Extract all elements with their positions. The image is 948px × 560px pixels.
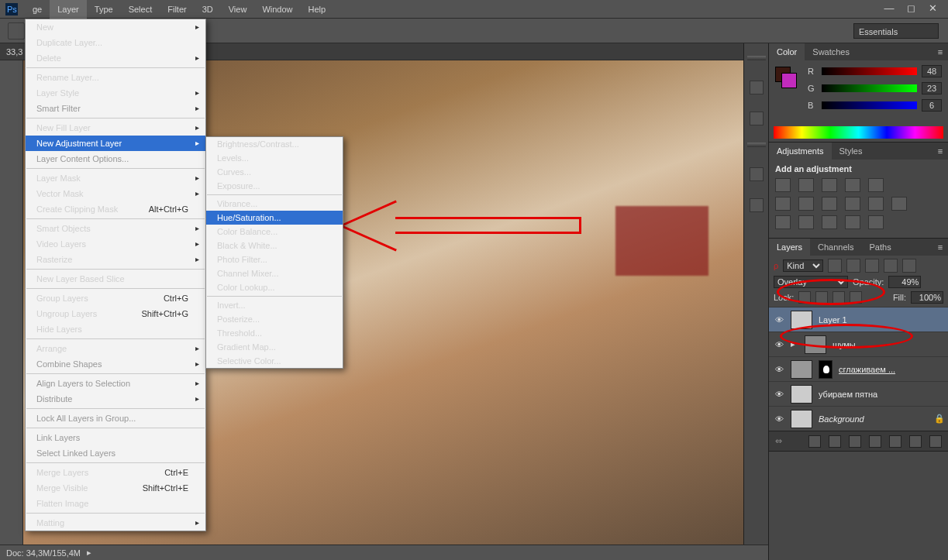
lock-transparent-icon[interactable]	[798, 291, 811, 304]
menu-merge-layers[interactable]: Merge LayersCtrl+E	[26, 465, 205, 480]
layer-name[interactable]: сглаживаем ...	[839, 365, 943, 374]
menu-arrange[interactable]: Arrange	[26, 341, 205, 356]
fg-bg-swatches[interactable]	[775, 67, 798, 90]
adj-threshold-icon[interactable]	[822, 215, 837, 229]
new-group-icon[interactable]	[889, 435, 901, 448]
layer-name[interactable]: убираем пятна	[819, 390, 943, 399]
b-value[interactable]: 6	[922, 99, 942, 112]
tab-swatches[interactable]: Swatches	[805, 43, 857, 60]
visibility-icon[interactable]: 👁	[774, 365, 784, 374]
adj-selectivecolor-icon[interactable]	[868, 215, 884, 229]
adj-bw-icon[interactable]	[822, 197, 837, 211]
submenu-curves[interactable]: Curves...	[206, 165, 343, 179]
submenu-selective-color[interactable]: Selective Color...	[206, 354, 343, 368]
menu-image[interactable]: ge	[25, 0, 50, 19]
layer-row[interactable]: 👁 убираем пятна	[769, 381, 948, 406]
layer-thumbnail[interactable]	[791, 360, 812, 379]
tab-adjustments[interactable]: Adjustments	[769, 143, 832, 160]
adj-colorlookup-icon[interactable]	[891, 197, 907, 211]
submenu-hue-saturation[interactable]: Hue/Saturation...	[206, 211, 343, 225]
status-arrow-icon[interactable]: ▸	[87, 548, 91, 558]
menu-layer-style[interactable]: Layer Style	[26, 85, 205, 101]
layer-thumbnail[interactable]	[791, 311, 812, 329]
menu-smart-objects[interactable]: Smart Objects	[26, 221, 205, 236]
workspace-dropdown[interactable]: Essentials	[853, 23, 939, 39]
adj-vibrance-icon[interactable]	[868, 178, 884, 192]
tool-preset-icon[interactable]	[8, 22, 25, 40]
filter-shape-icon[interactable]	[884, 259, 898, 273]
filter-adjust-icon[interactable]	[846, 259, 860, 273]
layer-row[interactable]: 👁 Layer 1	[769, 307, 948, 332]
tab-color[interactable]: Color	[769, 43, 805, 60]
panel-menu-icon[interactable]: ≡	[932, 143, 948, 160]
adj-hue-icon[interactable]	[775, 197, 791, 211]
r-slider[interactable]	[822, 67, 917, 75]
adj-curves-icon[interactable]	[822, 178, 837, 192]
layer-row[interactable]: 👁 ▸ шумы	[769, 332, 948, 356]
layer-thumbnail[interactable]	[805, 335, 826, 354]
layer-mask-icon[interactable]	[849, 435, 861, 448]
submenu-vibrance[interactable]: Vibrance...	[206, 197, 343, 211]
submenu-exposure[interactable]: Exposure...	[206, 179, 343, 193]
submenu-gradient-map[interactable]: Gradient Map...	[206, 340, 343, 354]
layer-row[interactable]: 👁 сглаживаем ...	[769, 356, 948, 381]
menu-create-clipping-mask[interactable]: Create Clipping MaskAlt+Ctrl+G	[26, 201, 205, 217]
tab-paths[interactable]: Paths	[862, 239, 899, 256]
menu-new-fill-layer[interactable]: New Fill Layer	[26, 120, 205, 136]
b-slider[interactable]	[822, 101, 917, 109]
adj-invert-icon[interactable]	[775, 215, 791, 229]
submenu-photo-filter[interactable]: Photo Filter...	[206, 253, 343, 266]
submenu-color-lookup[interactable]: Color Lookup...	[206, 280, 343, 294]
layer-mask-thumbnail[interactable]	[819, 360, 833, 379]
color-spectrum[interactable]	[774, 126, 943, 139]
layer-thumbnail[interactable]	[791, 410, 812, 428]
visibility-icon[interactable]: 👁	[774, 390, 784, 399]
close-button[interactable]: ✕	[922, 2, 943, 15]
menu-group-layers[interactable]: Group LayersCtrl+G	[26, 290, 205, 306]
new-layer-icon[interactable]	[909, 435, 922, 448]
menu-vector-mask[interactable]: Vector Mask	[26, 186, 205, 201]
menu-new[interactable]: New	[26, 19, 205, 35]
opacity-input[interactable]	[888, 276, 921, 288]
layer-name[interactable]: Background	[819, 414, 928, 424]
tab-channels[interactable]: Channels	[810, 239, 861, 256]
menu-layer[interactable]: Layer	[50, 0, 87, 19]
lock-all-icon[interactable]	[850, 291, 862, 304]
r-value[interactable]: 48	[922, 65, 942, 77]
menu-video-layers[interactable]: Video Layers	[26, 236, 205, 252]
history-icon[interactable]	[750, 81, 764, 94]
visibility-icon[interactable]: 👁	[774, 315, 784, 325]
fill-input[interactable]	[911, 291, 943, 304]
character-icon[interactable]	[750, 167, 764, 181]
blend-mode-select[interactable]: Overlay	[774, 276, 848, 288]
filter-type-icon[interactable]	[865, 259, 879, 273]
adj-channelmixer-icon[interactable]	[868, 197, 884, 211]
layer-thumbnail[interactable]	[791, 385, 812, 404]
menu-type[interactable]: Type	[87, 0, 121, 19]
menu-select[interactable]: Select	[121, 0, 160, 19]
menu-new-adjustment-layer[interactable]: New Adjustment Layer	[26, 136, 205, 151]
menu-delete[interactable]: Delete	[26, 50, 205, 66]
menu-new-layer-based-slice[interactable]: New Layer Based Slice	[26, 271, 205, 287]
menu-view[interactable]: View	[221, 0, 255, 19]
layer-name[interactable]: Layer 1	[819, 315, 943, 325]
panel-menu-icon[interactable]: ≡	[932, 43, 948, 60]
menu-flatten-image[interactable]: Flatten Image	[26, 496, 205, 511]
submenu-black-white[interactable]: Black & White...	[206, 239, 343, 253]
menu-hide-layers[interactable]: Hide Layers	[26, 321, 205, 337]
g-slider[interactable]	[822, 84, 917, 92]
submenu-brightness-contrast[interactable]: Brightness/Contrast...	[206, 137, 343, 151]
menu-help[interactable]: Help	[301, 0, 334, 19]
delete-layer-icon[interactable]	[929, 435, 942, 448]
visibility-icon[interactable]: 👁	[774, 340, 784, 349]
menu-merge-visible[interactable]: Merge VisibleShift+Ctrl+E	[26, 480, 205, 496]
visibility-icon[interactable]: 👁	[774, 414, 784, 424]
g-value[interactable]: 23	[922, 82, 942, 94]
dock-grip[interactable]	[747, 56, 766, 60]
link-layers-icon[interactable]	[808, 435, 821, 448]
layer-name[interactable]: шумы	[833, 340, 943, 349]
adj-colorbalance-icon[interactable]	[798, 197, 814, 211]
maximize-button[interactable]: ◻	[900, 2, 922, 15]
submenu-threshold[interactable]: Threshold...	[206, 326, 343, 340]
dock-grip[interactable]	[747, 143, 766, 147]
